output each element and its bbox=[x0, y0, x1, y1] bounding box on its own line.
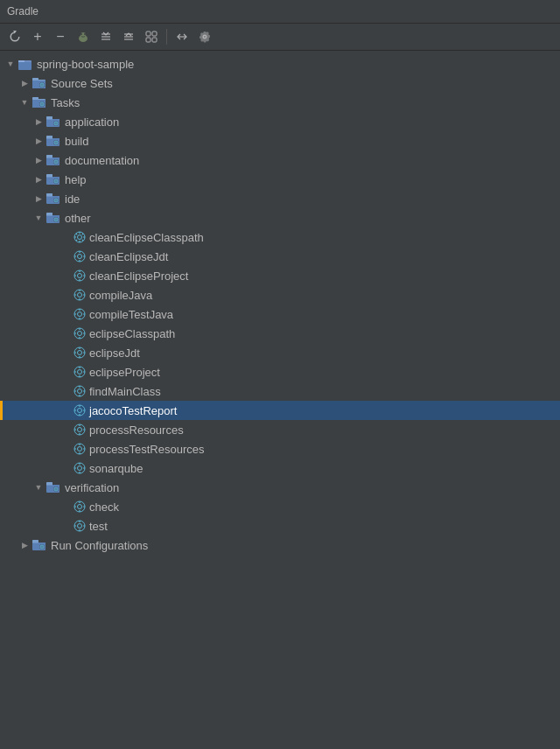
task-icon-processTestResources bbox=[74, 443, 86, 455]
leaf-processTestResources bbox=[60, 442, 74, 456]
svg-rect-12 bbox=[152, 32, 157, 36]
eclipseProject-label: eclipseProject bbox=[89, 366, 160, 379]
task-icon-cleanEclipseJdt bbox=[74, 250, 86, 262]
tree-item-test[interactable]: test bbox=[0, 516, 560, 536]
tree-item-cleanEclipseJdt[interactable]: cleanEclipseJdt bbox=[0, 247, 560, 266]
tree-item-findMainClass[interactable]: findMainClass bbox=[0, 382, 560, 401]
tree-item-eclipseProject[interactable]: eclipseProject bbox=[0, 362, 560, 382]
tree-item-source-sets[interactable]: Source Sets bbox=[0, 74, 560, 93]
settings-button[interactable] bbox=[195, 27, 214, 46]
remove-button[interactable]: − bbox=[51, 27, 70, 46]
tasks-label: Tasks bbox=[51, 96, 80, 109]
leaf-check bbox=[60, 500, 74, 514]
arrow-verification[interactable] bbox=[32, 480, 46, 494]
svg-line-59 bbox=[82, 240, 83, 241]
tree-item-ide[interactable]: ide bbox=[0, 189, 560, 208]
gradle-panel: Gradle + − bbox=[0, 0, 560, 738]
arrow-spring-boot-sample[interactable] bbox=[4, 57, 18, 71]
compileJava-label: compileJava bbox=[89, 289, 152, 302]
svg-rect-44 bbox=[46, 193, 52, 197]
svg-point-145 bbox=[78, 524, 82, 528]
task-icon-sonarqube bbox=[74, 462, 86, 474]
svg-rect-14 bbox=[152, 38, 157, 42]
refresh-button[interactable] bbox=[5, 27, 24, 46]
svg-point-69 bbox=[78, 274, 82, 278]
tree-item-help[interactable]: help bbox=[0, 170, 560, 189]
task-icon-test bbox=[74, 520, 86, 532]
tree-item-run-configurations[interactable]: Run Configurations bbox=[0, 536, 560, 555]
toolbar-separator bbox=[166, 29, 167, 45]
documentation-folder-icon bbox=[46, 154, 61, 166]
tree-item-jacocoTestReport[interactable]: jacocoTestReport bbox=[0, 401, 560, 420]
svg-line-61 bbox=[76, 240, 77, 241]
svg-point-63 bbox=[78, 255, 82, 259]
arrow-run-configurations[interactable] bbox=[18, 538, 32, 552]
other-label: other bbox=[65, 212, 91, 225]
task-icon-eclipseJdt bbox=[74, 346, 86, 359]
svg-point-27 bbox=[41, 103, 43, 105]
collapse-all-button[interactable] bbox=[119, 27, 138, 46]
arrow-help[interactable] bbox=[32, 172, 46, 186]
tree-item-eclipseJdt[interactable]: eclipseJdt bbox=[0, 343, 560, 362]
svg-rect-24 bbox=[32, 97, 38, 100]
arrow-ide[interactable] bbox=[32, 192, 46, 206]
tree-item-other[interactable]: other bbox=[0, 208, 560, 228]
tree-item-processTestResources[interactable]: processTestResources bbox=[0, 439, 560, 458]
svg-point-105 bbox=[78, 389, 82, 394]
arrow-application[interactable] bbox=[32, 115, 46, 129]
svg-point-35 bbox=[55, 142, 57, 144]
svg-point-137 bbox=[55, 488, 57, 490]
leaf-eclipseClasspath bbox=[60, 326, 74, 340]
tree-item-documentation[interactable]: documentation bbox=[0, 150, 560, 170]
svg-point-31 bbox=[55, 122, 57, 124]
tree-item-eclipseClasspath[interactable]: eclipseClasspath bbox=[0, 324, 560, 343]
project-label: spring-boot-sample bbox=[37, 58, 134, 71]
link-button[interactable] bbox=[172, 27, 192, 46]
task-icon-check bbox=[74, 500, 86, 513]
cleanEclipseClasspath-label: cleanEclipseClasspath bbox=[89, 231, 204, 244]
run-configurations-folder-icon bbox=[32, 539, 47, 551]
arrow-documentation[interactable] bbox=[32, 153, 46, 167]
tree-item-spring-boot-sample[interactable]: spring-boot-sample bbox=[0, 54, 560, 74]
arrow-other[interactable] bbox=[32, 211, 46, 225]
tree-item-processResources[interactable]: processResources bbox=[0, 420, 560, 439]
tree-item-build[interactable]: build bbox=[0, 131, 560, 150]
tree-item-compileJava[interactable]: compileJava bbox=[0, 285, 560, 304]
arrow-source-sets[interactable] bbox=[18, 76, 32, 90]
task-icon-cleanEclipseClasspath bbox=[74, 231, 86, 243]
add-button[interactable]: + bbox=[28, 27, 47, 46]
panel-header: Gradle bbox=[0, 0, 560, 24]
application-folder-icon bbox=[46, 116, 61, 128]
svg-point-111 bbox=[78, 409, 82, 413]
leaf-cleanEclipseClasspath bbox=[60, 230, 74, 244]
toolbar: + − bbox=[0, 24, 560, 51]
leaf-cleanEclipseJdt bbox=[60, 249, 74, 263]
tree-item-tasks[interactable]: Tasks bbox=[0, 93, 560, 112]
tree-item-sonarqube[interactable]: sonarqube bbox=[0, 458, 560, 478]
group-button[interactable] bbox=[142, 27, 161, 46]
task-icon-compileTestJava bbox=[74, 308, 86, 320]
svg-rect-134 bbox=[46, 482, 52, 486]
verification-folder-icon bbox=[46, 481, 61, 494]
processResources-label: processResources bbox=[89, 424, 184, 437]
tree-item-check[interactable]: check bbox=[0, 497, 560, 516]
help-folder-icon bbox=[46, 173, 61, 186]
svg-point-43 bbox=[55, 180, 57, 182]
task-icon-cleanEclipseProject bbox=[74, 270, 86, 282]
tree-item-application[interactable]: application bbox=[0, 112, 560, 131]
tree-item-cleanEclipseProject[interactable]: cleanEclipseProject bbox=[0, 266, 560, 285]
svg-point-153 bbox=[41, 546, 43, 548]
arrow-tasks[interactable] bbox=[18, 95, 32, 109]
run-button[interactable] bbox=[74, 27, 93, 46]
tree-item-cleanEclipseClasspath[interactable]: cleanEclipseClasspath bbox=[0, 228, 560, 247]
svg-point-99 bbox=[78, 370, 82, 374]
expand-all-button[interactable] bbox=[96, 27, 116, 46]
source-sets-folder-icon bbox=[32, 77, 47, 89]
svg-rect-48 bbox=[46, 213, 52, 216]
verification-label: verification bbox=[65, 481, 119, 494]
tree-item-compileTestJava[interactable]: compileTestJava bbox=[0, 304, 560, 324]
eclipseClasspath-label: eclipseClasspath bbox=[89, 327, 175, 340]
svg-point-3 bbox=[80, 33, 82, 35]
tree-item-verification[interactable]: verification bbox=[0, 478, 560, 497]
arrow-build[interactable] bbox=[32, 134, 46, 148]
